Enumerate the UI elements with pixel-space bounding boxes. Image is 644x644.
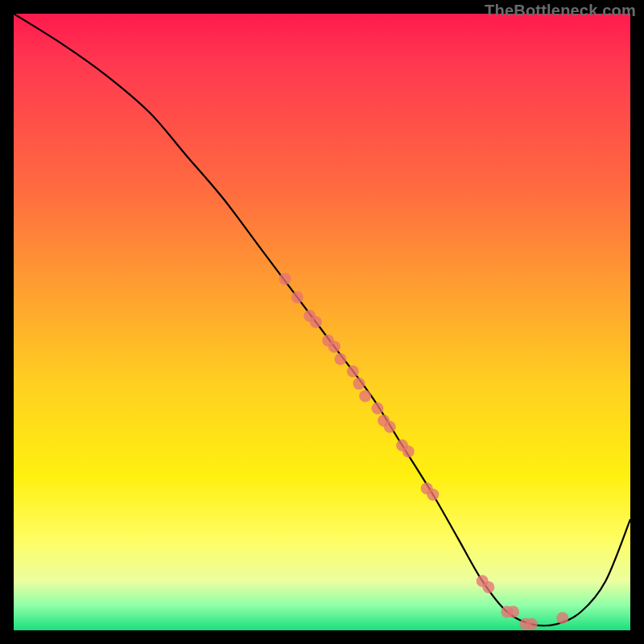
data-point: [310, 316, 322, 328]
data-point: [371, 402, 383, 415]
data-point: [328, 341, 341, 353]
highlight-dots: [279, 273, 569, 630]
data-point: [427, 489, 439, 501]
data-point: [384, 421, 396, 433]
data-point: [359, 390, 371, 402]
data-point: [353, 378, 365, 390]
data-point: [279, 273, 291, 285]
data-point: [526, 618, 538, 630]
data-point: [482, 581, 494, 593]
plot-area: [14, 14, 630, 630]
chart-svg: [14, 14, 630, 630]
data-point: [291, 291, 303, 303]
chart-frame: TheBottleneck.com: [0, 0, 644, 644]
data-point: [334, 353, 346, 365]
bottleneck-curve: [14, 14, 630, 625]
data-point: [507, 606, 519, 618]
data-point: [402, 445, 415, 457]
data-point: [347, 365, 359, 378]
watermark-text: TheBottleneck.com: [485, 2, 636, 20]
data-point: [556, 612, 568, 624]
